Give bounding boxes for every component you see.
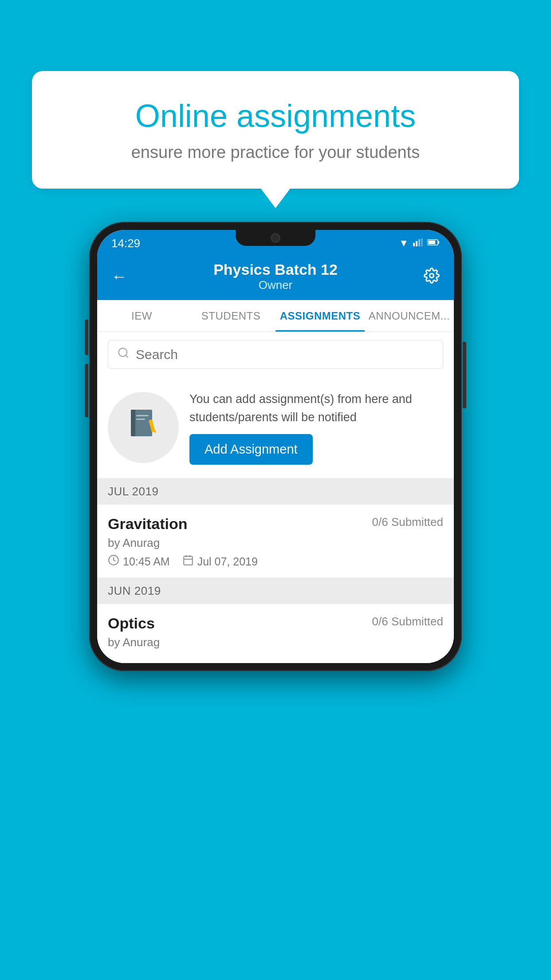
phone-button-left2 (85, 364, 88, 417)
clock-icon (108, 554, 119, 569)
svg-point-7 (429, 274, 433, 278)
assignment-icon (108, 392, 179, 463)
phone-outer: 14:29 ▼ (89, 222, 462, 671)
tab-students[interactable]: STUDENTS (186, 300, 276, 332)
svg-rect-0 (413, 243, 415, 246)
bubble-title: Online assignments (63, 98, 488, 134)
svg-rect-14 (136, 419, 145, 420)
svg-rect-3 (421, 238, 423, 246)
add-assignment-card: You can add assignment(s) from here and … (97, 377, 454, 478)
add-assignment-button[interactable]: Add Assignment (189, 434, 313, 465)
header-center: Physics Batch 12 Owner (213, 261, 338, 292)
header-subtitle: Owner (213, 278, 338, 292)
phone-wrapper: 14:29 ▼ (89, 222, 462, 671)
svg-rect-1 (416, 241, 417, 246)
assignment-name: Gravitation (108, 515, 187, 533)
calendar-icon (182, 554, 194, 569)
phone-camera (271, 233, 280, 243)
battery-icon (427, 239, 440, 248)
search-icon (117, 347, 130, 362)
search-input[interactable] (136, 347, 434, 362)
assignment-optics-by: by Anurag (108, 636, 443, 649)
header-title: Physics Batch 12 (213, 261, 338, 278)
svg-rect-6 (428, 241, 435, 244)
svg-marker-16 (154, 431, 157, 434)
status-time: 14:29 (111, 237, 140, 250)
svg-point-8 (119, 348, 127, 357)
signal-icon (413, 237, 423, 249)
assignment-optics[interactable]: Optics 0/6 Submitted by Anurag (97, 604, 454, 663)
tab-announcements[interactable]: ANNOUNCEM... (365, 300, 454, 332)
settings-button[interactable] (424, 268, 440, 285)
svg-rect-13 (136, 415, 149, 416)
add-assignment-description: You can add assignment(s) from here and … (189, 390, 443, 426)
svg-rect-18 (184, 556, 193, 565)
app-header: ← Physics Batch 12 Owner (97, 253, 454, 300)
notebook-icon (126, 406, 161, 449)
assignment-by: by Anurag (108, 536, 443, 550)
phone-button-right (463, 342, 466, 408)
section-jul-2019: JUL 2019 (97, 478, 454, 505)
svg-rect-2 (418, 239, 420, 246)
assignment-header: Gravitation 0/6 Submitted (108, 515, 443, 533)
settings-icon (424, 268, 440, 284)
svg-rect-5 (438, 241, 439, 244)
search-container (97, 332, 454, 377)
back-button[interactable]: ← (111, 267, 127, 286)
assignment-submitted: 0/6 Submitted (372, 515, 443, 529)
assignment-optics-submitted: 0/6 Submitted (372, 615, 443, 628)
wifi-icon: ▼ (399, 237, 409, 249)
tab-assignments[interactable]: ASSIGNMENTS (276, 300, 365, 332)
phone-screen: 14:29 ▼ (97, 230, 454, 663)
svg-line-9 (126, 355, 128, 357)
tab-iew[interactable]: IEW (97, 300, 186, 332)
svg-rect-12 (131, 410, 135, 436)
add-assignment-info: You can add assignment(s) from here and … (189, 390, 443, 465)
assignment-gravitation[interactable]: Gravitation 0/6 Submitted by Anurag 10:4… (97, 505, 454, 578)
speech-bubble-container: Online assignments ensure more practice … (32, 71, 519, 189)
assignment-date: Jul 07, 2019 (182, 554, 258, 569)
section-jun-2019: JUN 2019 (97, 578, 454, 604)
assignment-meta: 10:45 AM Jul 07, 2019 (108, 554, 443, 569)
speech-bubble: Online assignments ensure more practice … (32, 71, 519, 189)
status-icons: ▼ (399, 237, 440, 249)
tabs-bar: IEW STUDENTS ASSIGNMENTS ANNOUNCEM... (97, 300, 454, 332)
phone-button-left (85, 320, 88, 355)
phone-notch (236, 230, 315, 246)
assignment-time: 10:45 AM (108, 554, 170, 569)
bubble-subtitle: ensure more practice for your students (63, 143, 488, 162)
assignment-optics-name: Optics (108, 615, 155, 632)
assignment-optics-header: Optics 0/6 Submitted (108, 615, 443, 632)
search-bar[interactable] (108, 340, 443, 369)
